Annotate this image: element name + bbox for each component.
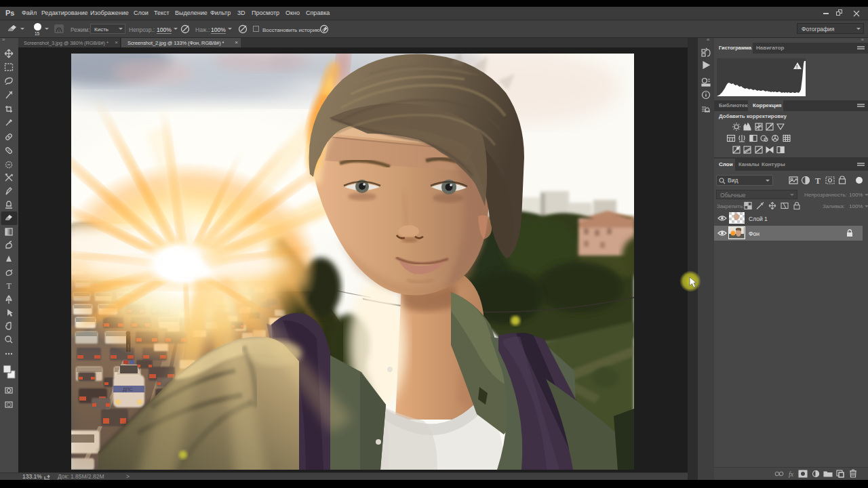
svg-text:T: T: [7, 281, 12, 291]
svg-text:!: !: [796, 64, 797, 69]
svg-text:T: T: [815, 176, 821, 186]
svg-text:fx: fx: [789, 470, 794, 478]
